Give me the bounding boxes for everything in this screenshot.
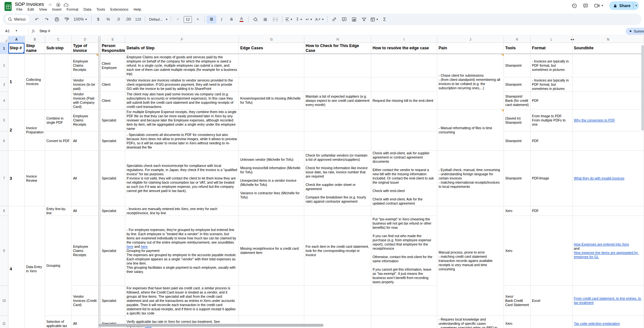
row-header-1[interactable]: 1: [0, 43, 8, 54]
undo-button[interactable]: ↶: [32, 15, 42, 24]
cell-D6[interactable]: All: [72, 131, 99, 151]
cell-H6[interactable]: [304, 131, 371, 151]
cell-B2[interactable]: Collecting Invoices: [25, 54, 45, 110]
menu-extensions[interactable]: Extensions: [108, 7, 130, 13]
cell-I8[interactable]: [371, 206, 437, 216]
zoom-select[interactable]: 100%▼: [72, 15, 89, 24]
cell-L4[interactable]: PDF: [531, 92, 573, 110]
column-header-J[interactable]: J: [437, 36, 504, 43]
print-button[interactable]: [52, 15, 62, 24]
cell-K2[interactable]: Sharepoint: [504, 54, 531, 77]
italic-button[interactable]: I: [217, 15, 226, 24]
cell-N7[interactable]: What they do with invalid invoices: [573, 151, 644, 206]
cell-G10[interactable]: [239, 286, 304, 316]
cell-N3[interactable]: [573, 77, 644, 92]
summarize-chip[interactable]: ✦ Summarize: [626, 28, 644, 35]
row-header-2[interactable]: 2: [0, 54, 8, 77]
cell-H9[interactable]: For each item in the credit card stateme…: [304, 216, 371, 286]
cell-K9[interactable]: Xero: [504, 216, 531, 286]
cell-J2[interactable]: - Chase client for submissions - (from c…: [437, 54, 504, 110]
cell-F10[interactable]: For expenses that have been paid via cre…: [125, 286, 239, 316]
cell-I6[interactable]: [371, 131, 437, 151]
cell-E9[interactable]: Specialist: [100, 216, 125, 286]
column-header-E[interactable]: E: [100, 36, 125, 43]
text-rotation-button[interactable]: A↗▼: [314, 15, 325, 24]
format-percent-button[interactable]: %: [103, 15, 113, 24]
cell-L8[interactable]: PDF: [531, 206, 573, 216]
cell-N1[interactable]: Soundbite: [573, 43, 644, 54]
column-header-A[interactable]: A: [8, 36, 25, 43]
name-box[interactable]: A1▼: [0, 29, 28, 33]
create-filter-button[interactable]: [359, 15, 369, 24]
share-caret-icon[interactable]: ▼: [635, 4, 638, 7]
cell-D7[interactable]: All: [72, 151, 99, 206]
strikethrough-button[interactable]: S: [227, 15, 236, 24]
cell-E1[interactable]: Person Responsible: [100, 43, 125, 54]
row-header-4[interactable]: 4: [0, 92, 8, 110]
soundbite-link[interactable]: Why the conversion to PDF: [574, 118, 615, 122]
text-color-button[interactable]: A: [237, 15, 246, 24]
cell-H1[interactable]: How to Check for This Edge Case: [304, 43, 371, 54]
horizontal-align-button[interactable]: ▼: [284, 15, 294, 24]
menu-tools[interactable]: Tools: [94, 7, 108, 13]
column-header-L[interactable]: L◂: [531, 36, 573, 43]
cell-K8[interactable]: Xero: [504, 206, 531, 216]
soundbite-link[interactable]: Tax code selection explanation: [574, 322, 620, 326]
cell-C8[interactable]: Entry line-by-line: [45, 206, 72, 216]
column-header-N[interactable]: ▸N: [573, 36, 644, 43]
cell-G9[interactable]: Missing receipt/invoice for a credit car…: [239, 216, 304, 286]
column-header-K[interactable]: K: [504, 36, 531, 43]
increase-font-size-button[interactable]: +: [193, 15, 203, 24]
cell-N8[interactable]: [573, 206, 644, 216]
cell-I10[interactable]: [371, 286, 437, 316]
font-family-select[interactable]: Defaul...▼: [147, 15, 169, 24]
cell-G6[interactable]: [239, 131, 304, 151]
cell-I1[interactable]: How to resolve the edge case: [371, 43, 437, 54]
cell-L9[interactable]: [531, 216, 573, 286]
insert-link-button[interactable]: [329, 15, 339, 24]
cell-A8[interactable]: 4: [8, 206, 25, 328]
cell-K11[interactable]: Xero: [504, 316, 531, 328]
cell-G1[interactable]: Edge Cases: [239, 43, 304, 54]
cell-I3[interactable]: [371, 77, 437, 92]
soundbite-link[interactable]: What they do with invalid invoices: [574, 176, 624, 180]
insert-chart-button[interactable]: [349, 15, 359, 24]
decrease-decimal-button[interactable]: .0: [113, 15, 123, 24]
cell-N10[interactable]: From credit card statement, to line entr…: [573, 286, 644, 316]
cell-K3[interactable]: Sharepoint: [504, 77, 531, 92]
cell-H2[interactable]: [304, 54, 371, 77]
row-header-5[interactable]: 5: [0, 110, 8, 131]
cell-L5[interactable]: From Image to PDF From multiple PDFs to …: [531, 110, 573, 131]
cell-E4[interactable]: Client: [100, 92, 125, 110]
cell-J11[interactable]: - Requires local knowledge and understan…: [437, 316, 504, 328]
meet-video-button[interactable]: ▼: [594, 3, 603, 8]
cell-K1[interactable]: Tools: [504, 43, 531, 54]
cell-J8[interactable]: Manual process, prone to error - matchin…: [437, 206, 504, 316]
cell-C1[interactable]: Sub-step: [45, 43, 72, 54]
functions-button[interactable]: Σ: [380, 15, 389, 24]
cell-L3[interactable]: - Invoices are typically in PDF format, …: [531, 77, 573, 92]
cell-I9[interactable]: Put "tax-exempt" in Xero (meaning the bu…: [371, 216, 437, 286]
cell-H3[interactable]: [304, 77, 371, 92]
font-size-input[interactable]: 12: [184, 16, 192, 23]
cell-N2[interactable]: [573, 54, 644, 77]
soundbite-link[interactable]: How expense line items are aggreagted by…: [574, 251, 639, 259]
cell-F7[interactable]: Specialists check each invoice/receipt f…: [125, 151, 239, 206]
fill-handle[interactable]: [23, 52, 25, 54]
format-currency-button[interactable]: $: [93, 15, 103, 24]
cell-G3[interactable]: [239, 77, 304, 92]
cell-N5[interactable]: Why the conversion to PDF: [573, 110, 644, 131]
cell-L10[interactable]: Excel: [531, 286, 573, 316]
share-button[interactable]: Share ▼: [609, 1, 639, 10]
cell-I2[interactable]: [371, 54, 437, 77]
cell-F3[interactable]: Vendor invoices are invoices relative to…: [125, 77, 239, 92]
cell-F1[interactable]: Details of Step: [125, 43, 239, 54]
cell-F6[interactable]: - Specialists converts all documents to …: [125, 131, 239, 151]
redo-button[interactable]: ↷: [42, 15, 52, 24]
cell-K10[interactable]: Xero/ Bank Credit Card Statement: [504, 286, 531, 316]
vertical-scrollbar[interactable]: [641, 45, 644, 130]
cell-E8[interactable]: Specialist: [100, 206, 125, 216]
cell-F4[interactable]: The client may also have paid some invoi…: [125, 92, 239, 110]
row-header-3[interactable]: 3: [0, 77, 8, 92]
select-all-corner[interactable]: [0, 36, 8, 43]
